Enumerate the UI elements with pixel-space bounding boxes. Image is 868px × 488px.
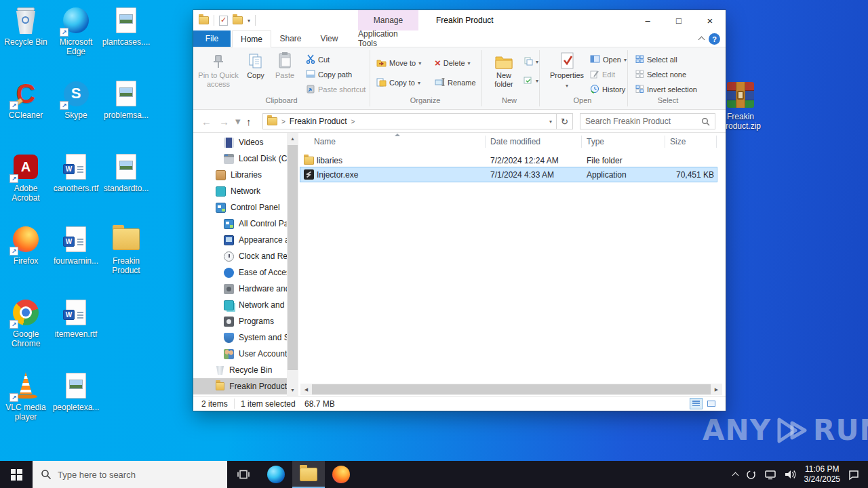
tab-view[interactable]: View xyxy=(310,30,349,47)
breadcrumb-path[interactable]: Freakin Product xyxy=(290,117,347,126)
address-dropdown-caret-icon[interactable]: ▾ xyxy=(549,119,552,125)
taskbar-firefox-button[interactable] xyxy=(325,461,357,488)
desktop-icon-itemeven[interactable]: W itemeven.rtf xyxy=(50,298,102,339)
column-header-type[interactable]: Type xyxy=(587,137,604,146)
sidebar-item-recycle-bin[interactable]: Recycle Bin xyxy=(193,362,287,378)
sidebar-item-system-security[interactable]: System and Se xyxy=(193,329,287,346)
qat-new-folder-icon[interactable] xyxy=(233,16,243,24)
desktop-icon-plantcases[interactable]: plantcases.... xyxy=(100,5,152,47)
forward-button[interactable]: → xyxy=(219,110,229,133)
back-button[interactable]: ← xyxy=(201,110,212,133)
desktop-icon-canothers[interactable]: W canothers.rtf xyxy=(50,152,102,193)
select-none-button[interactable]: Select none xyxy=(635,68,686,81)
sidebar-item-clock-region[interactable]: Clock and Regi xyxy=(193,248,287,264)
open-button[interactable]: Open ▾ xyxy=(590,54,627,66)
history-button[interactable]: History xyxy=(590,83,625,96)
new-folder-button[interactable]: New folder xyxy=(486,51,521,94)
sidebar-scrollbar[interactable]: ▲ ▼ xyxy=(287,133,298,396)
scroll-right-icon[interactable]: ▶ xyxy=(711,387,722,392)
scrollbar-thumb[interactable] xyxy=(288,145,298,370)
paste-shortcut-button[interactable]: Paste shortcut xyxy=(306,83,366,96)
taskbar-search-input[interactable] xyxy=(58,470,219,480)
sidebar-item-local-disk[interactable]: Local Disk (C:) xyxy=(193,150,287,167)
sidebar-item-network[interactable]: Network xyxy=(193,183,287,199)
tab-share[interactable]: Share xyxy=(271,30,310,47)
column-header-date[interactable]: Date modified xyxy=(490,137,540,146)
paste-button[interactable]: Paste xyxy=(271,51,299,94)
sidebar-item-videos[interactable]: Videos xyxy=(193,134,287,150)
help-button[interactable]: ? xyxy=(709,33,720,45)
copy-path-button[interactable]: Copy path xyxy=(306,68,352,81)
start-button[interactable] xyxy=(0,461,33,488)
column-header-size[interactable]: Size xyxy=(670,137,686,146)
sidebar-item-control-panel[interactable]: Control Panel xyxy=(193,199,287,216)
pin-to-quick-access-button[interactable]: Pin to Quick access xyxy=(197,51,239,94)
properties-button[interactable]: Properties ▾ xyxy=(547,51,587,94)
volume-tray-icon[interactable] xyxy=(784,469,797,480)
desktop-icon-recycle-bin[interactable]: Recycle Bin xyxy=(0,5,52,47)
desktop-icon-adobe[interactable]: A↗ Adobe Acrobat xyxy=(0,152,52,203)
copy-button[interactable]: Copy xyxy=(242,51,269,94)
qat-customize-caret-icon[interactable]: ▾ xyxy=(248,18,250,24)
desktop-icon-freakin-product[interactable]: Freakin Product xyxy=(100,224,152,275)
edit-button[interactable]: Edit xyxy=(590,68,615,81)
file-row-libaries[interactable]: libaries 7/2/2024 12:24 AM File folder xyxy=(300,153,717,167)
desktop-icon-problemsa[interactable]: problemsa... xyxy=(100,79,152,120)
sidebar-item-all-control-panel[interactable]: All Control Par xyxy=(193,216,287,232)
thumbnails-view-button[interactable] xyxy=(705,398,717,409)
copy-to-button[interactable]: Copy to ▾ xyxy=(376,77,420,89)
refresh-button[interactable]: ↻ xyxy=(557,113,573,129)
qat-properties-icon[interactable]: ✓ xyxy=(219,16,228,26)
cut-button[interactable]: Cut xyxy=(306,54,330,66)
tab-application-tools[interactable]: Application Tools xyxy=(358,30,418,47)
tray-expand-icon[interactable] xyxy=(732,472,738,479)
sidebar-item-hardware[interactable]: Hardware and xyxy=(193,281,287,297)
sidebar-item-user-accounts[interactable]: User Accounts xyxy=(193,346,287,362)
taskbar-edge-button[interactable] xyxy=(260,461,292,488)
sidebar-item-ease-of-access[interactable]: Ease of Access xyxy=(193,264,287,281)
address-breadcrumb[interactable]: > Freakin Product > ▾ xyxy=(262,113,557,129)
details-view-button[interactable] xyxy=(690,398,703,409)
file-row-injector-exe[interactable]: Injector.exe 7/1/2024 4:33 AM Applicatio… xyxy=(300,167,717,182)
sidebar-item-libraries[interactable]: Libraries xyxy=(193,167,287,183)
taskbar-file-explorer-button[interactable] xyxy=(292,461,325,488)
desktop-icon-peopletexa[interactable]: peopletexa... xyxy=(50,371,102,412)
new-item-button[interactable]: ▾ xyxy=(524,56,538,68)
delete-button[interactable]: × Delete ▾ xyxy=(435,57,471,69)
desktop-icon-skype[interactable]: S↗ Skype xyxy=(50,79,102,120)
maximize-button[interactable]: □ xyxy=(663,10,694,30)
desktop-icon-edge[interactable]: ↗ Microsoft Edge xyxy=(50,5,102,56)
sidebar-item-programs[interactable]: Programs xyxy=(193,313,287,329)
up-button[interactable]: ↑ xyxy=(246,110,252,133)
desktop-icon-chrome[interactable]: ↗ Google Chrome xyxy=(0,298,52,348)
desktop-icon-fourwarnin[interactable]: W fourwarnin... xyxy=(50,224,102,266)
scrollbar-thumb[interactable] xyxy=(312,384,711,394)
search-input[interactable] xyxy=(585,117,697,126)
rename-button[interactable]: Rename xyxy=(435,77,476,89)
desktop-icon-ccleaner[interactable]: C↗ CCleaner xyxy=(0,79,52,120)
invert-selection-button[interactable]: Invert selection xyxy=(635,83,697,96)
tab-home[interactable]: Home xyxy=(232,30,271,47)
easy-access-button[interactable]: ▾ xyxy=(524,75,538,87)
desktop-icon-standardto[interactable]: standardto... xyxy=(100,152,152,193)
desktop-icon-vlc[interactable]: ↗ VLC media player xyxy=(0,371,52,422)
scroll-down-icon[interactable]: ▼ xyxy=(287,384,298,396)
tab-file[interactable]: File xyxy=(193,30,231,47)
horizontal-scrollbar[interactable]: ◀ ▶ xyxy=(300,384,722,395)
action-center-icon[interactable] xyxy=(848,469,860,481)
column-header-name[interactable]: Name xyxy=(314,137,336,146)
close-button[interactable]: × xyxy=(694,10,726,30)
recent-locations-caret-icon[interactable]: ▾ xyxy=(235,110,241,133)
sidebar-item-network-internet[interactable]: Network and Ir xyxy=(193,297,287,313)
taskbar-clock[interactable]: 11:06 PM 3/24/2025 xyxy=(804,464,840,485)
sidebar-item-appearance[interactable]: Appearance an xyxy=(193,232,287,248)
scroll-up-icon[interactable]: ▲ xyxy=(287,133,298,144)
minimize-button[interactable]: – xyxy=(632,10,663,30)
network-tray-icon[interactable] xyxy=(764,470,776,480)
sync-tray-icon[interactable] xyxy=(745,469,757,481)
sidebar-item-freakin-product[interactable]: Freakin Product xyxy=(193,378,287,394)
move-to-button[interactable]: Move to ▾ xyxy=(376,57,421,69)
task-view-button[interactable] xyxy=(227,461,260,488)
desktop-icon-firefox[interactable]: ↗ Firefox xyxy=(0,224,52,266)
select-all-button[interactable]: Select all xyxy=(635,54,677,66)
